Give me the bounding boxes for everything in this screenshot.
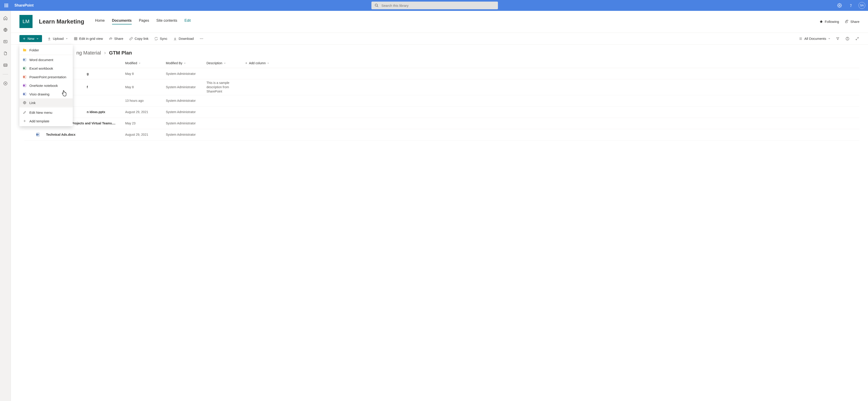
brand-label[interactable]: SharePoint [14,3,33,7]
help-icon [848,3,853,8]
settings-button[interactable] [836,2,843,9]
search-input[interactable] [381,4,495,7]
svg-line-1 [377,6,378,7]
help-button[interactable] [847,2,855,9]
search-container [33,2,836,9]
svg-point-0 [375,4,377,6]
suite-actions: SA [836,2,865,9]
search-box[interactable] [371,2,498,9]
search-icon [375,3,379,7]
user-avatar[interactable]: SA [859,2,865,9]
svg-point-2 [839,5,840,6]
suite-header: SharePoint SA [0,0,868,11]
app-launcher-button[interactable] [3,2,10,9]
gear-icon [837,3,842,8]
waffle-icon [4,4,8,7]
